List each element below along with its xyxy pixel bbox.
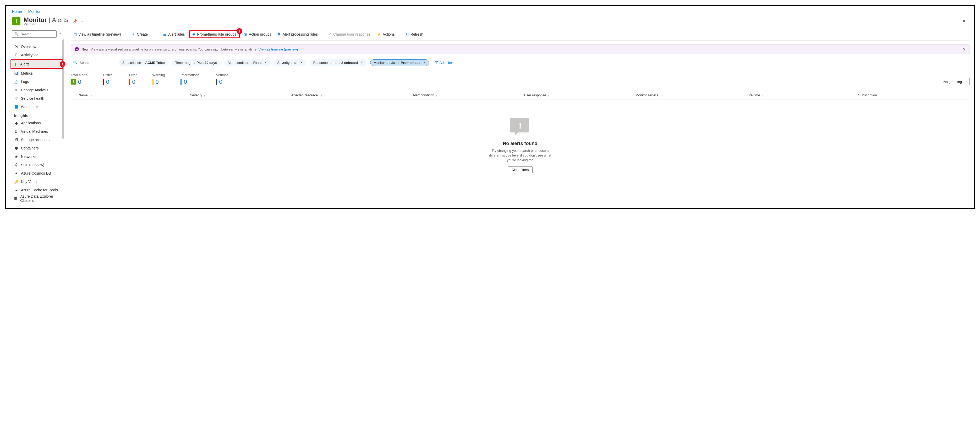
nav-storage-accounts[interactable]: 🗄Storage accounts [12, 136, 61, 144]
create-button[interactable]: ＋Create⌄ [129, 31, 155, 38]
refresh-button[interactable]: ↻Refresh [403, 31, 426, 37]
sort-icon: ↑↓ [89, 94, 92, 97]
nav-cosmos-label: Azure Cosmos DB [21, 171, 51, 175]
nav-insights-header: Insights [12, 111, 61, 119]
nav-service-health[interactable]: ♡Service health [12, 94, 61, 103]
alert-rules-button[interactable]: ☰Alert rules [161, 31, 187, 37]
filter-subscription[interactable]: Subscription : ACME Telco [119, 59, 168, 66]
nav-workbooks[interactable]: 📘Workbooks [12, 103, 61, 111]
sidebar-search[interactable]: 🔍 [12, 30, 57, 38]
nav-cosmos-db[interactable]: ✦Azure Cosmos DB [12, 169, 61, 177]
nav-redis-label: Azure Cache for Redis [21, 188, 58, 192]
view-timeline-button[interactable]: ▥View as timeline (preview) [71, 31, 123, 37]
empty-state: ! No alerts found Try changing your sear… [71, 100, 969, 184]
remove-filter-icon[interactable]: ✕ [300, 61, 303, 64]
nav-alerts[interactable]: ▮ Alerts [11, 60, 62, 68]
filter-time-range-value: Past 30 days [196, 61, 217, 65]
summary-verbose-label: Verbose [216, 73, 229, 77]
filter-resource-name[interactable]: Resource name : 2 selected✕ [310, 59, 366, 66]
col-condition[interactable]: Alert condition↑↓ [413, 93, 524, 97]
filter-condition-label: Alert condition [228, 61, 249, 65]
sidebar-scrollbar[interactable] [62, 39, 64, 139]
vm-icon: 🖥 [14, 129, 18, 133]
banner-tag: New: [81, 48, 89, 51]
col-resource[interactable]: Affected resource↑↓ [291, 93, 413, 97]
nav-redis[interactable]: ☁Azure Cache for Redis [12, 186, 61, 194]
filter-time-range[interactable]: Time range : Past 30 days [172, 59, 221, 66]
sort-icon: ↑↓ [548, 94, 550, 97]
summary-error[interactable]: Error 0 [129, 73, 137, 86]
nav-applications[interactable]: ◆Applications [12, 119, 61, 127]
nav-overview[interactable]: ⦿Overview [12, 43, 61, 51]
alerts-search-input[interactable] [79, 60, 124, 65]
sidebar-search-input[interactable] [20, 32, 65, 36]
summary-verbose-value: 0 [219, 79, 223, 86]
remove-filter-icon[interactable]: ✕ [264, 61, 267, 64]
banner-dismiss-icon[interactable]: ✕ [963, 48, 966, 51]
remove-filter-icon[interactable]: ✕ [423, 61, 426, 64]
filter-time-range-label: Time range [175, 61, 192, 65]
nav-logs[interactable]: 🧾Logs [12, 78, 61, 86]
empty-text: Try changing your search or choose a dif… [486, 149, 554, 163]
nav-networks[interactable]: ◈Networks [12, 152, 61, 161]
breadcrumb-home[interactable]: Home [12, 10, 22, 14]
alerts-search[interactable]: 🔍 [71, 59, 115, 66]
grouping-select[interactable]: No grouping [941, 78, 969, 86]
summary-total[interactable]: Total alerts 0 [71, 73, 87, 86]
total-alerts-icon [71, 79, 76, 84]
change-user-response-label: Change user response [333, 32, 371, 36]
nav-key-vaults[interactable]: 🔑Key Vaults [12, 177, 61, 186]
filter-severity[interactable]: Severity : all✕ [274, 59, 306, 66]
nav-change-analysis[interactable]: ✳Change Analysis [12, 86, 61, 94]
col-monitor-service[interactable]: Monitor service↑↓ [636, 93, 747, 97]
breadcrumb-monitor[interactable]: Monitor [28, 10, 41, 14]
chevron-down-icon: ⌄ [149, 32, 153, 36]
col-name-label: Name [79, 93, 88, 97]
filter-monitor-service[interactable]: Monitor service : Prometheus✕ [370, 59, 429, 66]
collapse-sidebar-icon[interactable]: « [59, 32, 61, 35]
banner-link[interactable]: View as timeline (preview) [258, 48, 298, 51]
nav-metrics[interactable]: 📊Metrics [12, 69, 61, 78]
cosmos-icon: ✦ [14, 171, 18, 175]
nav-adx[interactable]: ▦Azure Data Explorer Clusters [12, 194, 61, 203]
col-severity[interactable]: Severity↑↓ [190, 93, 291, 97]
clear-filters-button[interactable]: Clear filters [508, 166, 533, 173]
summary-verbose[interactable]: Verbose 0 [216, 73, 229, 86]
col-name[interactable]: Name↑↓ [79, 93, 190, 97]
summary-informational[interactable]: Informational 0 [180, 73, 200, 86]
col-user-response[interactable]: User response↑↓ [524, 93, 636, 97]
search-icon: 🔍 [73, 60, 78, 65]
toolbar: ▥View as timeline (preview) ＋Create⌄ ☰Al… [71, 30, 969, 41]
nav-sql[interactable]: 🛢SQL (preview) [12, 161, 61, 169]
col-subscription[interactable]: Subscription [858, 93, 969, 97]
nav-containers-label: Containers [21, 146, 39, 150]
action-groups-label: Action groups [249, 32, 271, 36]
processing-rules-button[interactable]: ⚑Alert processing rules [275, 31, 320, 37]
more-icon[interactable]: ⋯ [81, 19, 84, 23]
add-filter-button[interactable]: ⧩Add filter [433, 59, 455, 66]
summary-critical[interactable]: Critical 0 [103, 73, 113, 86]
filter-alert-condition[interactable]: Alert condition : Fired✕ [224, 59, 270, 66]
prometheus-rule-groups-button[interactable]: ◉Prometheus rule groups [190, 31, 239, 37]
action-groups-button[interactable]: ▣Action groups [241, 31, 274, 37]
nav-virtual-machines[interactable]: 🖥Virtual Machines [12, 127, 61, 136]
metrics-icon: 📊 [14, 71, 18, 75]
summary-warning[interactable]: Warning 0 [153, 73, 165, 86]
close-icon[interactable]: ✕ [962, 18, 968, 24]
remove-filter-icon[interactable]: ✕ [360, 61, 363, 64]
warning-bar-icon [153, 79, 154, 85]
nav-containers[interactable]: ⬢Containers [12, 144, 61, 152]
col-fire-time[interactable]: Fire time↑↓ [747, 93, 858, 97]
prometheus-icon: ◉ [192, 32, 196, 36]
plus-icon: ＋ [132, 32, 135, 36]
chevron-down-icon: ⌄ [396, 32, 399, 36]
banner-body: View alerts visualized on a timeline for… [91, 48, 258, 51]
nav-activity-log[interactable]: 🗒Activity log [12, 51, 61, 59]
col-checkbox[interactable] [71, 93, 79, 97]
nav-logs-label: Logs [21, 79, 29, 84]
pin-icon[interactable]: 📌 [73, 19, 77, 23]
nav-main: ⦿Overview 🗒Activity log ▮ Alerts 1 📊Metr… [12, 43, 61, 111]
table-header: Name↑↓ Severity↑↓ Affected resource↑↓ Al… [71, 91, 969, 100]
header-actions: 📌 ⋯ [73, 19, 84, 23]
actions-button[interactable]: ⚡Actions⌄ [374, 31, 402, 37]
